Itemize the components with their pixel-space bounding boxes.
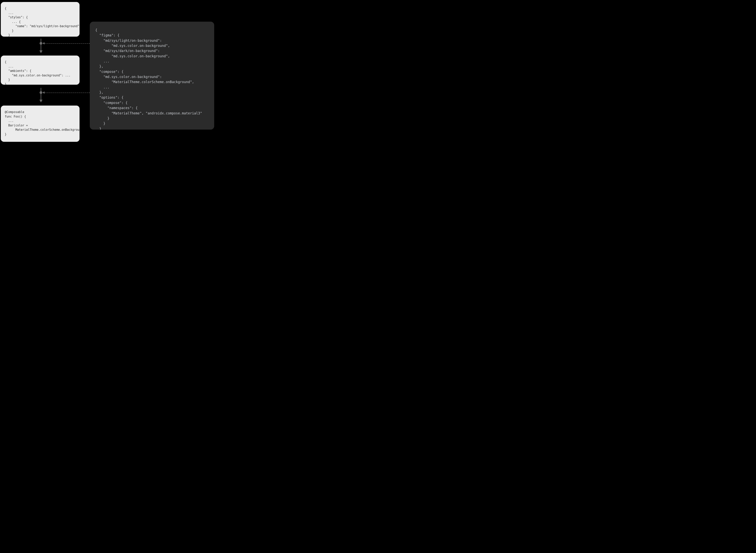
arrow-down-icon <box>38 38 43 54</box>
card-compose-code: @Composable func Foo() { ... Bar(color =… <box>1 105 80 142</box>
code-styles-json: { ... "styles": { ... { "name": "md/sys/… <box>5 7 80 36</box>
diagram-canvas: { ... "styles": { ... { "name": "md/sys/… <box>0 0 252 184</box>
merge-node-1 <box>39 42 42 45</box>
merge-node-2 <box>39 91 42 94</box>
dashed-connector-2 <box>45 93 90 93</box>
code-mapping-json: { "figma": { "md/sys/light/on-background… <box>95 28 202 130</box>
flow-arrow-2 <box>38 87 43 103</box>
code-ambients-json: { ... "ambients": { "md.sys.color.on-bac… <box>5 60 71 85</box>
dashed-arrowhead-1 <box>43 42 45 45</box>
card-styles-json: { ... "styles": { ... { "name": "md/sys/… <box>1 2 80 36</box>
code-compose: @Composable func Foo() { ... Bar(color =… <box>5 110 80 136</box>
svg-marker-1 <box>39 51 43 53</box>
dashed-connector-1 <box>45 43 90 44</box>
svg-marker-3 <box>39 100 43 102</box>
flow-arrow-1 <box>38 38 43 54</box>
arrow-down-icon <box>38 87 43 103</box>
card-ambients-json: { ... "ambients": { "md.sys.color.on-bac… <box>1 56 80 85</box>
dashed-arrowhead-2 <box>43 91 45 94</box>
card-mapping-json: { "figma": { "md/sys/light/on-background… <box>90 22 214 130</box>
